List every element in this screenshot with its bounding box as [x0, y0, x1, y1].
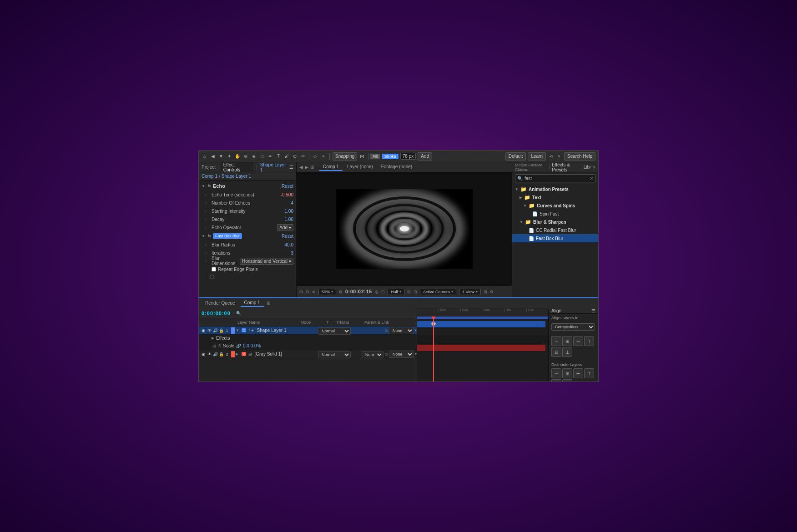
snap-icon[interactable]: ⋈ — [359, 153, 365, 160]
layer-2-solo[interactable]: ◉ — [201, 351, 206, 357]
stroke-value[interactable]: 78 px — [400, 153, 416, 160]
dist-center-h-btn[interactable]: ⊞ — [562, 368, 572, 378]
puppet-tool[interactable]: ✂ — [300, 153, 306, 160]
dist-left-btn[interactable]: ⊣ — [551, 368, 561, 378]
align-bottom-btn[interactable]: ⊥ — [562, 347, 572, 357]
comp-bottom-icon1[interactable]: ⊞ — [299, 290, 303, 294]
curves-spins-folder[interactable]: ▼ 📁 Curves and Spins — [512, 201, 598, 210]
fbb-dimensions-dropdown[interactable]: Horizontal and Vertical ▾ — [240, 258, 293, 265]
fill-indicator[interactable]: Fill — [370, 154, 380, 159]
echo-time-value[interactable]: -0.500 — [275, 192, 293, 197]
search-icon-tl[interactable]: 🔍 — [236, 311, 241, 316]
work-area-bar[interactable] — [417, 316, 548, 319]
search-icon[interactable]: ⊲ — [548, 153, 554, 160]
comp-nav-left[interactable]: ◀ — [299, 165, 303, 170]
animation-presets-folder[interactable]: ▼ 📁 Animation Presets — [512, 185, 598, 193]
spin-fast-file[interactable]: ▶ 📄 Spin Fast — [512, 210, 598, 218]
fbb-radius-value[interactable]: 40.0 — [275, 242, 293, 247]
dist-bottom-btn[interactable]: ⊥ — [562, 379, 572, 381]
echo-operator-dropdown[interactable]: Add ▾ — [277, 224, 293, 231]
fbb-iterations-value[interactable]: 3 — [275, 251, 293, 256]
effect-controls-tab[interactable]: Effect Controls — [221, 162, 253, 173]
comp-nav-right[interactable]: ▶ — [305, 165, 308, 170]
quality-control[interactable]: Half ▾ — [388, 289, 404, 295]
pen-tool[interactable]: ✦ — [226, 153, 232, 160]
blur-sharpen-folder[interactable]: ▼ 📁 Blur & Sharpen — [512, 218, 598, 226]
ep-expand-icon[interactable]: » — [593, 165, 595, 170]
layer-1-lock[interactable]: 🔒 — [218, 328, 224, 333]
fbb-reset-btn[interactable]: Reset — [282, 234, 293, 239]
learn-button[interactable]: Learn — [528, 152, 546, 161]
fbb-repeat-checkbox-label[interactable]: Repeat Edge Pixels — [212, 267, 258, 272]
align-center-h-btn[interactable]: ⊞ — [562, 336, 572, 346]
layer-1-mode-dropdown[interactable]: Normal — [318, 327, 351, 335]
render-queue-tab[interactable]: Render Queue — [202, 300, 239, 306]
camera-tool[interactable]: ◈ — [251, 153, 257, 160]
align-to-dropdown[interactable]: Composition — [551, 323, 595, 331]
arrow-tool-2[interactable]: ▼ — [218, 153, 224, 160]
comp-bottom-icon6[interactable]: ⊞ — [407, 290, 411, 294]
effects-presets-tab[interactable]: Effects & Presets — [552, 162, 579, 172]
echo-intensity-value[interactable]: 1.00 — [275, 209, 293, 214]
motion-factory-tab[interactable]: Motion Factory Classic — [515, 163, 547, 172]
track-bar-2[interactable] — [417, 345, 545, 351]
hand-tool[interactable]: ✋ — [234, 153, 241, 160]
fast-box-blur-file[interactable]: ▶ 📄 Fast Box Blur — [512, 234, 598, 242]
comp-settings-icon[interactable]: ⚙ — [490, 290, 494, 294]
echo-title-row[interactable]: ▼ fx Echo Reset — [199, 181, 296, 191]
layer-2-tribmat-dropdown[interactable]: None — [362, 351, 383, 358]
arrow-tool[interactable]: ◀ — [210, 153, 216, 160]
layer-row-1[interactable]: ◉ 👁 🔊 🔒 1 ▼ 1 / ✦ Shape Layer 1 — [199, 326, 417, 335]
layer-2-parent-dropdown[interactable]: None — [389, 351, 414, 358]
lib-tab[interactable]: Libr — [584, 165, 591, 170]
layer-1-parent-dropdown[interactable]: None — [389, 327, 414, 334]
comp-bottom-icon2[interactable]: ⊟ — [306, 290, 309, 294]
panel-menu-icon[interactable]: ☰ — [289, 165, 293, 170]
scale-value[interactable]: 0.0,0.0% — [243, 343, 261, 348]
fbb-repeat-checkbox[interactable] — [212, 267, 216, 271]
add-button[interactable]: Add — [418, 152, 432, 161]
clone-tool[interactable]: ⊙ — [292, 153, 298, 160]
align-menu-icon[interactable]: ☰ — [591, 308, 595, 313]
layer-2-vis[interactable]: 👁 — [207, 351, 212, 357]
text-folder[interactable]: ▶ 📁 Text — [512, 193, 598, 201]
brush-tool[interactable]: 🖌 — [283, 153, 290, 160]
camera-control[interactable]: Active Camera ▾ — [420, 289, 456, 295]
layer-1-expand[interactable]: ▼ — [236, 328, 240, 332]
layer-1-vis[interactable]: 👁 — [207, 328, 212, 333]
echo-reset-btn[interactable]: Reset — [282, 184, 293, 189]
search-close-icon[interactable]: ✕ — [590, 176, 593, 181]
layer-2-mode-dropdown[interactable]: Normal — [318, 351, 351, 358]
playhead[interactable] — [433, 316, 434, 381]
home-icon[interactable]: ⌂ — [202, 153, 208, 160]
effects-search-input[interactable]: fast — [525, 176, 588, 181]
track-bar-1[interactable] — [417, 321, 545, 327]
comp-bottom-icon7[interactable]: ⊟ — [414, 290, 417, 294]
zoom-tool[interactable]: ⊕ — [242, 153, 249, 160]
comp-bottom-icon3[interactable]: ⊕ — [312, 290, 316, 294]
search-help[interactable]: Search Help — [564, 152, 595, 161]
echo-number-value[interactable]: 4 — [275, 201, 293, 206]
fbb-title-row[interactable]: ▼ fx Fast Box Blur Reset — [199, 231, 296, 241]
layer-1-solo[interactable]: ◉ — [201, 328, 206, 333]
view-count-control[interactable]: 1 View ▾ — [459, 289, 481, 295]
align-right-btn[interactable]: ⊢ — [573, 336, 583, 346]
default-button[interactable]: Default — [505, 152, 526, 161]
motion-icon[interactable]: ◇ — [312, 153, 318, 160]
layer-1-audio[interactable]: 🔊 — [212, 328, 218, 333]
dist-top-btn[interactable]: ⊤ — [584, 368, 594, 378]
comp-timeline-tab[interactable]: Comp 1 — [241, 299, 264, 307]
layer-row-2[interactable]: ◉ 👁 🔊 🔒 2 ▶ 2 ⊞ [Gray Solid 1] — [199, 350, 417, 358]
align-center-v-btn[interactable]: ⊟ — [551, 347, 561, 357]
pen-tool-2[interactable]: ✒ — [267, 153, 273, 160]
dist-right-btn[interactable]: ⊢ — [573, 368, 583, 378]
layer-2-audio[interactable]: 🔊 — [212, 351, 218, 357]
footage-tab[interactable]: Footage (none) — [378, 163, 416, 171]
layer-2-lock[interactable]: 🔒 — [218, 351, 224, 357]
scale-stopwatch[interactable]: ⏱ — [217, 344, 222, 348]
comp-icon2[interactable]: ⊠ — [339, 290, 343, 294]
comp-bottom-icon4[interactable]: ◎ — [375, 290, 378, 294]
layer-tab[interactable]: Layer (none) — [343, 163, 377, 171]
align-left-btn[interactable]: ⊣ — [551, 336, 561, 346]
shape-tool[interactable]: ▭ — [259, 153, 265, 160]
